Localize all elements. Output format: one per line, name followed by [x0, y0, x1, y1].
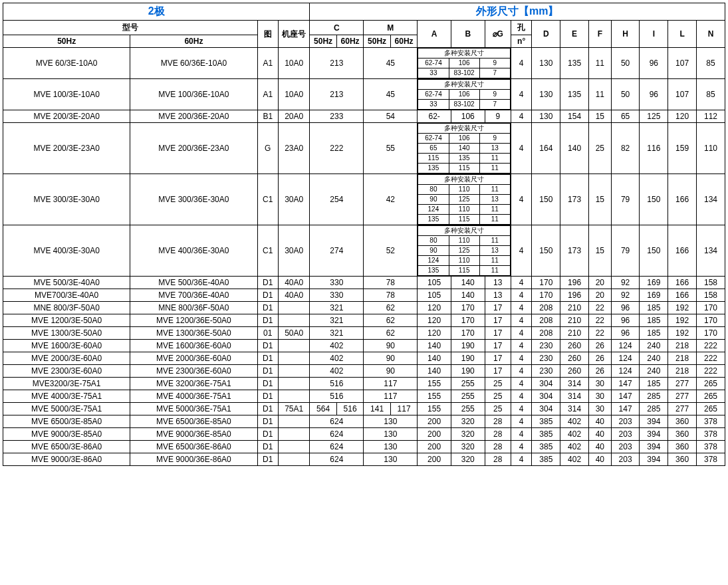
- table-cell: 13: [485, 289, 511, 302]
- table-cell: 40: [588, 453, 611, 466]
- table-cell: 196: [560, 289, 589, 302]
- table-cell: 394: [640, 453, 668, 466]
- table-cell: 25: [485, 378, 511, 390]
- table-cell: MVE 300/36E-30A0: [130, 174, 257, 225]
- table-cell: MVE 3200/36E-75A1: [130, 378, 257, 390]
- table-cell: 116: [640, 123, 668, 174]
- table-cell: 516: [310, 378, 364, 390]
- table-cell: D1: [257, 289, 279, 302]
- table-cell: D1: [257, 428, 279, 441]
- table-cell: 265: [696, 403, 725, 415]
- table-cell: 22: [588, 314, 611, 327]
- table-cell: D1: [257, 403, 279, 415]
- table-cell: [279, 340, 310, 352]
- header-E: E: [560, 21, 589, 48]
- table-cell: 320: [451, 415, 485, 428]
- table-cell: 192: [668, 327, 697, 340]
- table-cell: 208: [532, 302, 560, 314]
- multi-install-value: 11: [479, 266, 510, 276]
- table-cell: MVE 500/36E-40A0: [130, 277, 257, 289]
- table-cell: [279, 428, 310, 441]
- table-cell: MNE 800/3F-50A0: [3, 302, 130, 314]
- table-cell: 378: [696, 453, 725, 466]
- table-cell: D1: [257, 453, 279, 466]
- table-cell: 230: [532, 365, 560, 378]
- table-cell: 40A0: [279, 289, 310, 302]
- table-cell: 159: [668, 123, 697, 174]
- table-cell: MVE 100/36E-10A0: [130, 79, 257, 110]
- multi-install-value: 110: [449, 205, 479, 215]
- table-cell: 218: [668, 352, 697, 365]
- table-cell: D1: [257, 365, 279, 378]
- table-cell: 255: [451, 403, 485, 415]
- table-cell: MVE 1600/3E-60A0: [3, 340, 130, 352]
- table-cell: 11: [588, 79, 611, 110]
- table-cell: D1: [257, 441, 279, 453]
- table-cell: 28: [485, 415, 511, 428]
- table-cell: 222: [696, 352, 725, 365]
- multi-install-value: 124: [418, 205, 449, 215]
- table-row: MVE3200/3E-75A1MVE 3200/36E-75A1D1516117…: [3, 378, 725, 390]
- table-cell: 210: [560, 302, 589, 314]
- table-cell: 170: [696, 302, 725, 314]
- table-cell: 385: [532, 415, 560, 428]
- table-cell: 15: [588, 225, 611, 277]
- table-row: MVE 6500/3E-85A0MVE 6500/36E-85A0D162413…: [3, 415, 725, 428]
- header-60hz: 60Hz: [130, 35, 257, 48]
- header-M-60hz: 60Hz: [390, 35, 418, 48]
- table-cell: 260: [560, 365, 589, 378]
- table-cell: MVE 400/3E-30A0: [3, 225, 130, 277]
- table-cell: 402: [310, 352, 364, 365]
- table-cell: C1: [257, 225, 279, 277]
- table-cell: 25: [485, 390, 511, 403]
- multi-install-title: 多种安装尺寸: [418, 49, 511, 58]
- table-cell: 394: [640, 415, 668, 428]
- table-cell: 140: [560, 123, 589, 174]
- table-cell: 90: [364, 340, 418, 352]
- table-cell: 30A0: [279, 174, 310, 225]
- table-cell: MVE 300/3E-30A0: [3, 174, 130, 225]
- multi-install-value: 7: [479, 68, 510, 78]
- table-cell: 96: [640, 48, 668, 79]
- table-cell: 170: [451, 327, 485, 340]
- table-cell: MVE 1300/3E-50A0: [3, 327, 130, 340]
- table-cell: 4: [511, 314, 532, 327]
- table-cell: 240: [640, 352, 668, 365]
- multi-install-value: 135: [418, 164, 449, 174]
- header-50hz: 50Hz: [3, 35, 130, 48]
- table-cell: 274: [310, 225, 364, 277]
- multi-install-value: 9: [479, 134, 510, 144]
- table-cell: 260: [560, 352, 589, 365]
- table-cell: 320: [451, 428, 485, 441]
- table-cell: 4: [511, 48, 532, 79]
- table-cell: MVE 200/3E-20A0: [3, 110, 130, 123]
- table-cell: 50: [611, 48, 640, 79]
- table-row: MVE 6500/3E-86A0MVE 6500/36E-86A0D162413…: [3, 441, 725, 453]
- header-K: 孔: [511, 21, 532, 35]
- table-cell: 314: [560, 403, 589, 415]
- table-row: MVE 9000/3E-86A0MVE 9000/36E-86A0D162413…: [3, 453, 725, 466]
- header-C-50hz: 50Hz: [310, 35, 337, 48]
- table-row: MVE 1300/3E-50A0MVE 1300/36E-50A00150A03…: [3, 327, 725, 340]
- table-cell: MVE 200/36E-20A0: [130, 110, 257, 123]
- table-cell: 4: [511, 79, 532, 110]
- table-row: MVE 2000/3E-60A0MVE 2000/36E-60A0D140290…: [3, 352, 725, 365]
- table-cell: 130: [364, 441, 418, 453]
- table-cell: MVE 9000/3E-86A0: [3, 453, 130, 466]
- table-cell: MVE 6500/36E-86A0: [130, 441, 257, 453]
- table-cell: MVE 2300/3E-60A0: [3, 365, 130, 378]
- table-cell: 158: [696, 277, 725, 289]
- table-cell: 110: [696, 123, 725, 174]
- multi-install-value: 135: [418, 266, 449, 276]
- table-row: MVE 1600/3E-60A0MVE 1600/36E-60A0D140290…: [3, 340, 725, 352]
- table-cell: D1: [257, 352, 279, 365]
- table-cell: 254: [310, 174, 364, 225]
- table-cell: 62: [364, 314, 418, 327]
- multi-install-value: 140: [449, 144, 479, 154]
- table-cell: 402: [560, 453, 589, 466]
- table-cell: 106: [451, 110, 485, 123]
- table-cell: 40A0: [279, 277, 310, 289]
- table-cell: 265: [696, 378, 725, 390]
- table-cell: 218: [668, 365, 697, 378]
- table-cell: 203: [611, 453, 640, 466]
